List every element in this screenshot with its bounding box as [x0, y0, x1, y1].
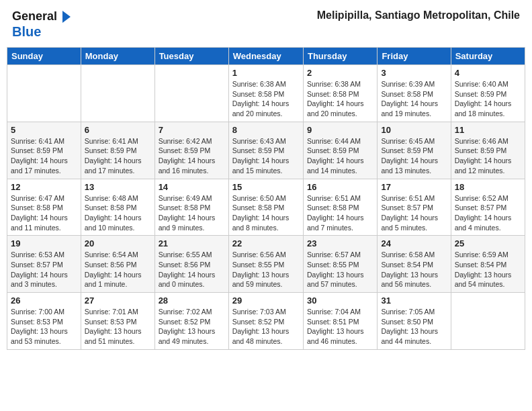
calendar-cell: [154, 65, 228, 122]
day-number: 8: [232, 125, 300, 135]
day-number: 18: [455, 182, 521, 192]
calendar-cell: 25Sunrise: 6:59 AMSunset: 8:54 PMDayligh…: [451, 236, 525, 293]
day-number: 23: [307, 238, 373, 248]
day-number: 1: [232, 68, 300, 78]
page-header: General Blue Melipipilla, Santiago Metro…: [7, 7, 525, 42]
day-info: Sunrise: 6:49 AMSunset: 8:58 PMDaylight:…: [159, 193, 225, 233]
svg-marker-0: [62, 11, 71, 23]
day-info: Sunrise: 6:48 AMSunset: 8:58 PMDaylight:…: [85, 193, 151, 233]
day-info: Sunrise: 6:41 AMSunset: 8:59 PMDaylight:…: [11, 136, 77, 176]
day-number: 6: [85, 125, 151, 135]
calendar-table: SundayMondayTuesdayWednesdayThursdayFrid…: [7, 47, 525, 350]
calendar-cell: [7, 65, 81, 122]
calendar-cell: 12Sunrise: 6:47 AMSunset: 8:58 PMDayligh…: [7, 179, 81, 236]
day-number: 24: [381, 238, 447, 248]
calendar-cell: 3Sunrise: 6:39 AMSunset: 8:58 PMDaylight…: [378, 65, 451, 122]
day-info: Sunrise: 6:54 AMSunset: 8:56 PMDaylight:…: [85, 250, 151, 289]
day-info: Sunrise: 6:40 AMSunset: 8:59 PMDaylight:…: [455, 79, 521, 119]
day-number: 22: [232, 238, 300, 248]
day-number: 27: [85, 295, 151, 306]
day-number: 4: [455, 68, 521, 78]
calendar-cell: 23Sunrise: 6:57 AMSunset: 8:55 PMDayligh…: [303, 236, 377, 293]
day-info: Sunrise: 6:52 AMSunset: 8:57 PMDaylight:…: [455, 193, 521, 233]
day-number: 19: [11, 238, 77, 248]
logo-blue: Blue: [12, 24, 41, 39]
calendar-cell: 8Sunrise: 6:43 AMSunset: 8:59 PMDaylight…: [228, 122, 303, 179]
day-info: Sunrise: 6:43 AMSunset: 8:59 PMDaylight:…: [232, 136, 300, 176]
calendar-week-row: 1Sunrise: 6:38 AMSunset: 8:58 PMDaylight…: [7, 65, 525, 122]
calendar-cell: [81, 65, 154, 122]
day-number: 5: [11, 125, 77, 135]
calendar-cell: 4Sunrise: 6:40 AMSunset: 8:59 PMDaylight…: [451, 65, 525, 122]
logo-text: General: [12, 10, 57, 24]
day-info: Sunrise: 6:38 AMSunset: 8:58 PMDaylight:…: [232, 79, 300, 119]
calendar-cell: 30Sunrise: 7:04 AMSunset: 8:51 PMDayligh…: [303, 293, 377, 350]
calendar-cell: 7Sunrise: 6:42 AMSunset: 8:59 PMDaylight…: [154, 122, 228, 179]
day-info: Sunrise: 6:42 AMSunset: 8:59 PMDaylight:…: [159, 136, 225, 176]
calendar-cell: 9Sunrise: 6:44 AMSunset: 8:59 PMDaylight…: [303, 122, 377, 179]
day-number: 12: [11, 182, 77, 192]
calendar-cell: 15Sunrise: 6:50 AMSunset: 8:58 PMDayligh…: [228, 179, 303, 236]
day-number: 9: [307, 125, 373, 135]
calendar-cell: 11Sunrise: 6:46 AMSunset: 8:59 PMDayligh…: [451, 122, 525, 179]
calendar-week-row: 19Sunrise: 6:53 AMSunset: 8:57 PMDayligh…: [7, 236, 525, 293]
day-number: 14: [159, 182, 225, 192]
day-of-week-header: Friday: [378, 48, 451, 65]
day-of-week-header: Saturday: [451, 48, 525, 65]
day-number: 2: [307, 68, 373, 78]
day-info: Sunrise: 6:51 AMSunset: 8:57 PMDaylight:…: [381, 193, 447, 233]
day-info: Sunrise: 7:03 AMSunset: 8:52 PMDaylight:…: [232, 307, 300, 347]
calendar-subtitle: Melipipilla, Santiago Metropolitan, Chil…: [317, 9, 520, 21]
calendar-cell: 19Sunrise: 6:53 AMSunset: 8:57 PMDayligh…: [7, 236, 81, 293]
calendar-cell: 21Sunrise: 6:55 AMSunset: 8:56 PMDayligh…: [154, 236, 228, 293]
title-block: Melipipilla, Santiago Metropolitan, Chil…: [317, 9, 520, 21]
day-number: 28: [159, 295, 225, 306]
day-info: Sunrise: 7:04 AMSunset: 8:51 PMDaylight:…: [307, 307, 373, 347]
day-number: 29: [232, 295, 300, 306]
calendar-cell: 18Sunrise: 6:52 AMSunset: 8:57 PMDayligh…: [451, 179, 525, 236]
calendar-week-row: 12Sunrise: 6:47 AMSunset: 8:58 PMDayligh…: [7, 179, 525, 236]
day-number: 11: [455, 125, 521, 135]
day-number: 20: [85, 238, 151, 248]
day-info: Sunrise: 6:59 AMSunset: 8:54 PMDaylight:…: [455, 250, 521, 289]
day-info: Sunrise: 7:05 AMSunset: 8:50 PMDaylight:…: [381, 307, 447, 347]
day-info: Sunrise: 7:01 AMSunset: 8:53 PMDaylight:…: [85, 307, 151, 347]
calendar-cell: 26Sunrise: 7:00 AMSunset: 8:53 PMDayligh…: [7, 293, 81, 350]
calendar-week-row: 26Sunrise: 7:00 AMSunset: 8:53 PMDayligh…: [7, 293, 525, 350]
day-number: 16: [307, 182, 373, 192]
calendar-cell: 20Sunrise: 6:54 AMSunset: 8:56 PMDayligh…: [81, 236, 154, 293]
calendar-cell: 13Sunrise: 6:48 AMSunset: 8:58 PMDayligh…: [81, 179, 154, 236]
day-number: 15: [232, 182, 300, 192]
day-number: 21: [159, 238, 225, 248]
logo-icon: [57, 9, 72, 24]
day-info: Sunrise: 6:46 AMSunset: 8:59 PMDaylight:…: [455, 136, 521, 176]
day-of-week-header: Sunday: [7, 48, 81, 65]
calendar-cell: 10Sunrise: 6:45 AMSunset: 8:59 PMDayligh…: [378, 122, 451, 179]
calendar-cell: 1Sunrise: 6:38 AMSunset: 8:58 PMDaylight…: [228, 65, 303, 122]
day-info: Sunrise: 6:47 AMSunset: 8:58 PMDaylight:…: [11, 193, 77, 233]
day-number: 26: [11, 295, 77, 306]
day-number: 30: [307, 295, 373, 306]
day-number: 7: [159, 125, 225, 135]
day-number: 10: [381, 125, 447, 135]
day-info: Sunrise: 6:39 AMSunset: 8:58 PMDaylight:…: [381, 79, 447, 119]
calendar-cell: 14Sunrise: 6:49 AMSunset: 8:58 PMDayligh…: [154, 179, 228, 236]
day-info: Sunrise: 6:50 AMSunset: 8:58 PMDaylight:…: [232, 193, 300, 233]
day-info: Sunrise: 6:38 AMSunset: 8:58 PMDaylight:…: [307, 79, 373, 119]
day-info: Sunrise: 6:41 AMSunset: 8:59 PMDaylight:…: [85, 136, 151, 176]
calendar-cell: 2Sunrise: 6:38 AMSunset: 8:58 PMDaylight…: [303, 65, 377, 122]
day-info: Sunrise: 6:55 AMSunset: 8:56 PMDaylight:…: [159, 250, 225, 289]
day-info: Sunrise: 6:44 AMSunset: 8:59 PMDaylight:…: [307, 136, 373, 176]
calendar-cell: 17Sunrise: 6:51 AMSunset: 8:57 PMDayligh…: [378, 179, 451, 236]
day-number: 3: [381, 68, 447, 78]
calendar-cell: 6Sunrise: 6:41 AMSunset: 8:59 PMDaylight…: [81, 122, 154, 179]
calendar-cell: 31Sunrise: 7:05 AMSunset: 8:50 PMDayligh…: [378, 293, 451, 350]
day-info: Sunrise: 6:45 AMSunset: 8:59 PMDaylight:…: [381, 136, 447, 176]
day-of-week-header: Monday: [81, 48, 154, 65]
logo: General Blue: [12, 9, 72, 39]
day-of-week-header: Wednesday: [228, 48, 303, 65]
calendar-cell: 29Sunrise: 7:03 AMSunset: 8:52 PMDayligh…: [228, 293, 303, 350]
calendar-cell: 22Sunrise: 6:56 AMSunset: 8:55 PMDayligh…: [228, 236, 303, 293]
day-info: Sunrise: 7:00 AMSunset: 8:53 PMDaylight:…: [11, 307, 77, 347]
day-number: 25: [455, 238, 521, 248]
